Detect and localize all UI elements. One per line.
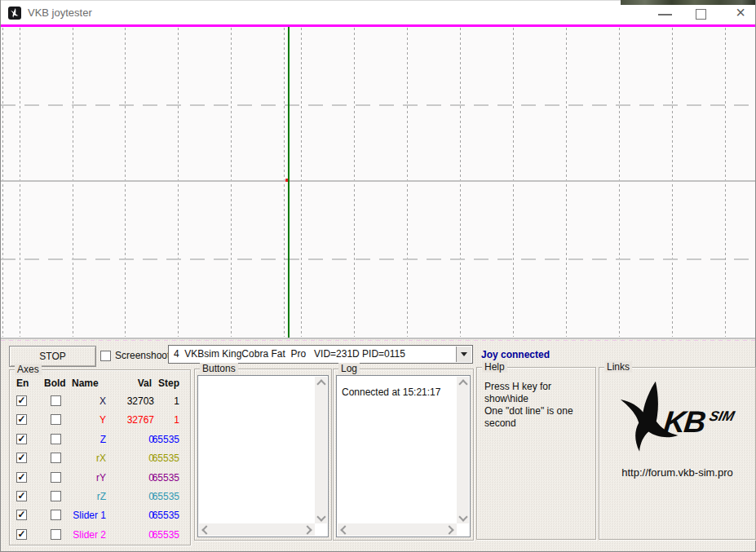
forum-link[interactable]: http://forum.vkb-sim.pro	[599, 466, 755, 479]
axis-row: ✓ Z 0 65535	[10, 431, 190, 449]
buttons-group-title: Buttons	[200, 363, 238, 374]
axis-enabled-checkbox[interactable]: ✓	[16, 510, 27, 520]
time-gridline	[460, 28, 461, 337]
axis-enabled-checkbox[interactable]: ✓	[16, 491, 27, 501]
header-bold: Bold	[44, 378, 66, 389]
value-gridline	[1, 180, 755, 182]
help-text: Press H key for show\hide One "dot line"…	[484, 381, 595, 430]
time-gridline	[513, 28, 514, 337]
axis-row: ✓ rX 0 65535	[10, 449, 190, 468]
trace-slider2	[1, 24, 755, 27]
time-gridline	[20, 28, 20, 337]
log-horizontal-scrollbar[interactable]	[338, 523, 457, 536]
axis-enabled-checkbox[interactable]: ✓	[16, 472, 27, 483]
screenshot-option: Screenshoot	[100, 350, 170, 361]
axis-step: 65535	[148, 510, 179, 521]
scroll-right-icon[interactable]	[303, 525, 312, 534]
log-group-title: Log	[338, 363, 360, 374]
axis-value: 0	[108, 529, 154, 541]
axis-step: 65535	[148, 434, 179, 445]
axes-table-header: En Bold Name Val Step	[10, 378, 190, 390]
axis-name: rX	[57, 453, 106, 464]
trace-remnant-line	[1, 340, 755, 341]
axis-value: 0	[108, 472, 154, 484]
control-panel: STOP Screenshoot 4 VKBsim KingCobra Fat …	[1, 339, 755, 551]
axis-step: 1	[148, 395, 179, 407]
minimize-icon[interactable]	[658, 14, 672, 15]
time-gridline	[619, 28, 620, 337]
device-select-value: 4 VKBsim KingCobra Fat Pro VID=231D PID=…	[174, 348, 405, 360]
scroll-down-icon[interactable]	[458, 512, 467, 521]
app-window: VKB joytester × STOP Screenshoot 4 VKBsi…	[0, 0, 756, 552]
screenshot-checkbox[interactable]	[100, 351, 111, 361]
axes-rows: ✓ X 32703 1 ✓ Y 32767 1 ✓ Z 0 65535 ✓ rX…	[10, 392, 190, 545]
log-entry: Connected at 15:21:17	[342, 386, 455, 399]
axis-row: ✓ Slider 2 0 65535	[10, 526, 190, 545]
buttons-horizontal-scrollbar[interactable]	[199, 523, 315, 536]
device-select[interactable]: 4 VKBsim KingCobra Fat Pro VID=231D PID=…	[168, 345, 473, 364]
maximize-icon[interactable]	[696, 9, 706, 20]
axis-step: 65535	[148, 472, 179, 484]
axis-value: 0	[108, 491, 154, 502]
time-gridline	[354, 28, 355, 337]
device-select-dropdown-button[interactable]	[456, 347, 471, 362]
axis-enabled-checkbox[interactable]: ✓	[16, 453, 27, 463]
time-cursor-line	[288, 27, 290, 338]
time-gridline	[178, 28, 179, 337]
value-gridline	[1, 104, 755, 106]
time-gridline	[407, 28, 408, 337]
axis-enabled-checkbox[interactable]: ✓	[16, 529, 27, 540]
window-title: VKB joytester	[28, 7, 92, 19]
axis-enabled-checkbox[interactable]: ✓	[16, 434, 27, 444]
log-entries: Connected at 15:21:17	[342, 386, 455, 399]
scroll-up-icon[interactable]	[316, 379, 325, 388]
log-groupbox: Log Connected at 15:21:17	[333, 369, 474, 541]
help-line-2: One "dot line" is one second	[484, 405, 595, 430]
chevron-down-icon	[461, 352, 467, 356]
app-icon	[8, 7, 21, 20]
help-line-1: Press H key for show\hide	[484, 381, 595, 405]
scroll-left-icon[interactable]	[201, 525, 210, 534]
links-group-title: Links	[604, 361, 632, 373]
links-groupbox: Links KB SIM http://forum.vkb-sim.pro	[599, 367, 756, 540]
logo-sim-text: SIM	[707, 408, 736, 425]
axis-value: 0	[108, 434, 154, 445]
time-gridline	[566, 28, 567, 337]
axis-row: ✓ X 32703 1	[10, 392, 190, 411]
axis-name: Slider 1	[57, 510, 106, 521]
axis-row: ✓ Slider 1 0 65535	[10, 506, 190, 525]
buttons-list[interactable]	[197, 375, 329, 537]
scroll-up-icon[interactable]	[458, 379, 467, 388]
axes-groupbox: Axes En Bold Name Val Step ✓ X 32703 1 ✓…	[9, 369, 191, 545]
axis-value: 32767	[108, 414, 154, 426]
header-name: Name	[72, 378, 99, 389]
axis-row: ✓ Y 32767 1	[10, 411, 190, 430]
axis-name: rY	[57, 472, 106, 484]
titlebar: VKB joytester ×	[1, 1, 755, 24]
time-gridline	[73, 28, 73, 337]
scroll-left-icon[interactable]	[340, 525, 349, 534]
time-gridline	[125, 28, 126, 337]
axis-step: 65535	[148, 491, 179, 502]
axis-name: Y	[57, 414, 106, 426]
log-list[interactable]: Connected at 15:21:17	[336, 375, 471, 537]
axis-row: ✓ rZ 0 65535	[10, 488, 190, 506]
time-gridline	[725, 28, 726, 337]
close-icon[interactable]: ×	[732, 2, 749, 22]
axis-enabled-checkbox[interactable]: ✓	[16, 395, 27, 406]
axis-enabled-checkbox[interactable]: ✓	[16, 414, 27, 425]
logo-kb-text: KB	[661, 405, 705, 439]
log-vertical-scrollbar[interactable]	[457, 377, 469, 523]
axis-name: Slider 2	[57, 529, 106, 541]
axis-name: X	[57, 395, 106, 407]
buttons-vertical-scrollbar[interactable]	[315, 377, 327, 523]
scroll-right-icon[interactable]	[444, 525, 453, 534]
time-gridline	[2, 28, 3, 337]
axes-group-title: Axes	[15, 364, 42, 375]
scroll-down-icon[interactable]	[316, 512, 325, 521]
help-group-title: Help	[482, 361, 507, 373]
buttons-groupbox: Buttons	[194, 369, 332, 541]
axis-step: 1	[148, 414, 179, 426]
axis-value: 32703	[108, 395, 154, 407]
header-val: Val	[109, 378, 152, 389]
